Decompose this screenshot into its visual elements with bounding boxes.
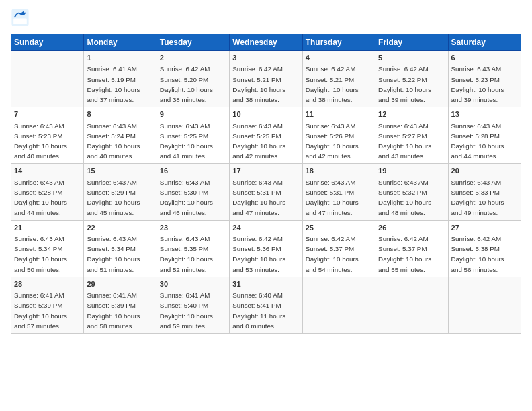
header (11, 8, 521, 27)
week-row-2: 7Sunrise: 6:43 AMSunset: 5:23 PMDaylight… (11, 107, 521, 164)
day-cell: 22Sunrise: 6:43 AMSunset: 5:34 PMDayligh… (84, 220, 157, 277)
day-cell: 17Sunrise: 6:43 AMSunset: 5:31 PMDayligh… (230, 164, 302, 220)
day-number: 13 (451, 109, 518, 120)
day-cell: 2Sunrise: 6:42 AMSunset: 5:20 PMDaylight… (157, 51, 229, 107)
day-info: Sunrise: 6:43 AMSunset: 5:28 PMDaylight:… (451, 122, 504, 161)
day-number: 7 (14, 109, 81, 120)
day-cell: 12Sunrise: 6:43 AMSunset: 5:27 PMDayligh… (375, 107, 448, 164)
day-info: Sunrise: 6:43 AMSunset: 5:29 PMDaylight:… (87, 179, 140, 217)
day-number: 22 (87, 223, 153, 233)
header-cell-wednesday: Wednesday (230, 34, 302, 51)
day-number: 5 (378, 53, 445, 63)
day-info: Sunrise: 6:42 AMSunset: 5:21 PMDaylight:… (232, 65, 285, 103)
day-number: 4 (306, 53, 372, 63)
day-info: Sunrise: 6:43 AMSunset: 5:28 PMDaylight:… (14, 179, 67, 217)
day-info: Sunrise: 6:42 AMSunset: 5:20 PMDaylight:… (160, 65, 213, 103)
header-cell-thursday: Thursday (302, 34, 375, 51)
day-info: Sunrise: 6:42 AMSunset: 5:36 PMDaylight:… (232, 235, 285, 273)
day-cell: 27Sunrise: 6:42 AMSunset: 5:38 PMDayligh… (448, 220, 521, 277)
day-info: Sunrise: 6:43 AMSunset: 5:33 PMDaylight:… (451, 179, 504, 217)
day-number: 18 (306, 166, 372, 176)
day-cell: 30Sunrise: 6:41 AMSunset: 5:40 PMDayligh… (157, 277, 229, 333)
day-info: Sunrise: 6:41 AMSunset: 5:40 PMDaylight:… (160, 291, 213, 330)
day-cell: 25Sunrise: 6:42 AMSunset: 5:37 PMDayligh… (302, 220, 375, 277)
day-cell: 24Sunrise: 6:42 AMSunset: 5:36 PMDayligh… (230, 220, 302, 277)
day-number: 26 (378, 223, 445, 233)
week-row-4: 21Sunrise: 6:43 AMSunset: 5:34 PMDayligh… (11, 220, 521, 277)
week-row-5: 28Sunrise: 6:41 AMSunset: 5:39 PMDayligh… (11, 277, 521, 333)
day-cell: 8Sunrise: 6:43 AMSunset: 5:24 PMDaylight… (84, 107, 157, 164)
logo (11, 8, 32, 27)
day-cell: 9Sunrise: 6:43 AMSunset: 5:25 PMDaylight… (157, 107, 229, 164)
day-cell: 15Sunrise: 6:43 AMSunset: 5:29 PMDayligh… (84, 164, 157, 220)
header-cell-sunday: Sunday (11, 34, 84, 51)
day-info: Sunrise: 6:41 AMSunset: 5:39 PMDaylight:… (14, 291, 67, 330)
page: SundayMondayTuesdayWednesdayThursdayFrid… (0, 0, 532, 411)
day-cell (448, 277, 521, 333)
day-info: Sunrise: 6:43 AMSunset: 5:32 PMDaylight:… (378, 179, 431, 217)
day-number: 31 (232, 279, 299, 289)
day-cell: 21Sunrise: 6:43 AMSunset: 5:34 PMDayligh… (11, 220, 84, 277)
day-cell: 29Sunrise: 6:41 AMSunset: 5:39 PMDayligh… (84, 277, 157, 333)
day-number: 25 (306, 223, 372, 233)
day-cell: 19Sunrise: 6:43 AMSunset: 5:32 PMDayligh… (375, 164, 448, 220)
day-cell (11, 51, 84, 107)
day-info: Sunrise: 6:42 AMSunset: 5:21 PMDaylight:… (306, 65, 359, 103)
day-info: Sunrise: 6:43 AMSunset: 5:23 PMDaylight:… (14, 122, 67, 161)
day-cell: 18Sunrise: 6:43 AMSunset: 5:31 PMDayligh… (302, 164, 375, 220)
day-cell: 28Sunrise: 6:41 AMSunset: 5:39 PMDayligh… (11, 277, 84, 333)
svg-rect-1 (13, 18, 27, 24)
calendar-table: SundayMondayTuesdayWednesdayThursdayFrid… (11, 34, 521, 334)
day-cell: 14Sunrise: 6:43 AMSunset: 5:28 PMDayligh… (11, 164, 84, 220)
day-info: Sunrise: 6:43 AMSunset: 5:35 PMDaylight:… (160, 235, 213, 273)
day-number: 15 (87, 166, 153, 176)
day-info: Sunrise: 6:42 AMSunset: 5:37 PMDaylight:… (306, 235, 359, 273)
day-number: 3 (232, 53, 299, 63)
day-info: Sunrise: 6:43 AMSunset: 5:31 PMDaylight:… (306, 179, 359, 217)
day-number: 29 (87, 279, 153, 289)
day-cell: 11Sunrise: 6:43 AMSunset: 5:26 PMDayligh… (302, 107, 375, 164)
day-cell: 5Sunrise: 6:42 AMSunset: 5:22 PMDaylight… (375, 51, 448, 107)
day-number: 8 (87, 109, 153, 120)
day-cell (302, 277, 375, 333)
day-number: 24 (232, 223, 299, 233)
week-row-1: 1Sunrise: 6:41 AMSunset: 5:19 PMDaylight… (11, 51, 521, 107)
day-number: 1 (87, 53, 153, 63)
day-number: 23 (160, 223, 226, 233)
day-info: Sunrise: 6:43 AMSunset: 5:31 PMDaylight:… (232, 179, 285, 217)
day-cell: 20Sunrise: 6:43 AMSunset: 5:33 PMDayligh… (448, 164, 521, 220)
day-info: Sunrise: 6:42 AMSunset: 5:22 PMDaylight:… (378, 65, 431, 103)
header-cell-saturday: Saturday (448, 34, 521, 51)
day-info: Sunrise: 6:43 AMSunset: 5:24 PMDaylight:… (87, 122, 140, 161)
day-number: 28 (14, 279, 81, 289)
day-number: 14 (14, 166, 81, 176)
day-number: 27 (451, 223, 518, 233)
day-cell (375, 277, 448, 333)
day-info: Sunrise: 6:43 AMSunset: 5:25 PMDaylight:… (232, 122, 285, 161)
day-number: 2 (160, 53, 226, 63)
day-number: 30 (160, 279, 226, 289)
day-cell: 3Sunrise: 6:42 AMSunset: 5:21 PMDaylight… (230, 51, 302, 107)
day-number: 20 (451, 166, 518, 176)
day-cell: 26Sunrise: 6:42 AMSunset: 5:37 PMDayligh… (375, 220, 448, 277)
day-cell: 31Sunrise: 6:40 AMSunset: 5:41 PMDayligh… (230, 277, 302, 333)
day-info: Sunrise: 6:43 AMSunset: 5:25 PMDaylight:… (160, 122, 213, 161)
day-info: Sunrise: 6:41 AMSunset: 5:39 PMDaylight:… (87, 291, 140, 330)
logo-icon (11, 8, 30, 27)
day-cell: 1Sunrise: 6:41 AMSunset: 5:19 PMDaylight… (84, 51, 157, 107)
day-cell: 10Sunrise: 6:43 AMSunset: 5:25 PMDayligh… (230, 107, 302, 164)
day-number: 19 (378, 166, 445, 176)
day-info: Sunrise: 6:43 AMSunset: 5:26 PMDaylight:… (306, 122, 359, 161)
day-number: 17 (232, 166, 299, 176)
day-info: Sunrise: 6:43 AMSunset: 5:27 PMDaylight:… (378, 122, 431, 161)
day-info: Sunrise: 6:41 AMSunset: 5:19 PMDaylight:… (87, 65, 140, 103)
header-cell-friday: Friday (375, 34, 448, 51)
day-cell: 16Sunrise: 6:43 AMSunset: 5:30 PMDayligh… (157, 164, 229, 220)
day-info: Sunrise: 6:43 AMSunset: 5:23 PMDaylight:… (451, 65, 504, 103)
day-number: 11 (306, 109, 372, 120)
day-number: 12 (378, 109, 445, 120)
day-info: Sunrise: 6:40 AMSunset: 5:41 PMDaylight:… (232, 291, 285, 330)
day-cell: 7Sunrise: 6:43 AMSunset: 5:23 PMDaylight… (11, 107, 84, 164)
header-cell-tuesday: Tuesday (157, 34, 229, 51)
day-info: Sunrise: 6:42 AMSunset: 5:38 PMDaylight:… (451, 235, 504, 273)
